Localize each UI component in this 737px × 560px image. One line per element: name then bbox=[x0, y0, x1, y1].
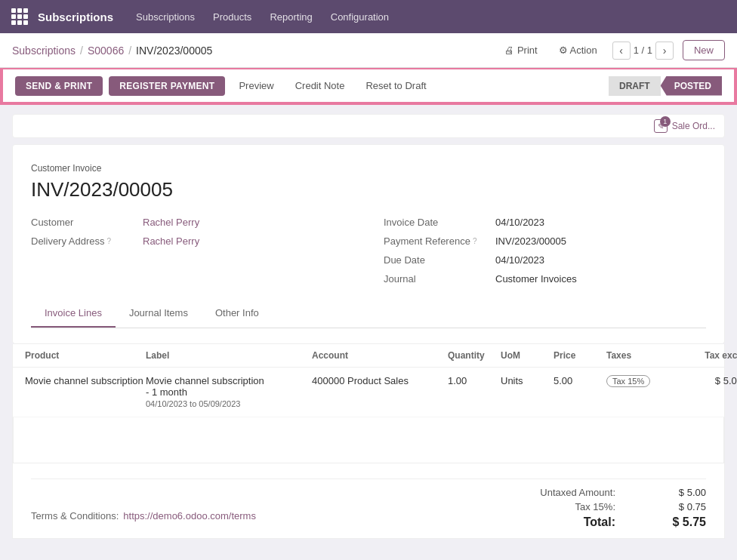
col-taxes: Taxes bbox=[606, 350, 682, 361]
col-label: Label bbox=[146, 350, 312, 361]
invoice-fields: Customer Rachel Perry Delivery Address ?… bbox=[31, 217, 706, 285]
tax-badge: Tax 15% bbox=[606, 375, 650, 387]
delivery-field-row: Delivery Address ? Rachel Perry bbox=[31, 235, 353, 247]
preview-button[interactable]: Preview bbox=[231, 75, 281, 96]
total-label: Total: bbox=[525, 515, 615, 529]
untaxed-row: Untaxed Amount: $ 5.00 bbox=[525, 487, 706, 498]
due-date-row: Due Date 04/10/2023 bbox=[384, 254, 706, 266]
payment-ref-row: Payment Reference ? INV/2023/00005 bbox=[384, 235, 706, 247]
breadcrumb: Subscriptions / S00066 / INV/2023/00005 bbox=[12, 45, 212, 57]
action-toolbar: SEND & PRINT REGISTER PAYMENT Preview Cr… bbox=[2, 69, 735, 103]
payment-ref-label: Payment Reference ? bbox=[384, 235, 489, 247]
payment-ref-help-icon: ? bbox=[473, 237, 477, 245]
col-tax-excl: Tax excl. bbox=[682, 350, 737, 361]
breadcrumb-bar: Subscriptions / S00066 / INV/2023/00005 … bbox=[0, 33, 737, 68]
breadcrumb-sep-2: / bbox=[128, 45, 131, 57]
breadcrumb-s00066[interactable]: S00066 bbox=[88, 45, 124, 57]
customer-label: Customer bbox=[31, 217, 137, 228]
breadcrumb-subscriptions[interactable]: Subscriptions bbox=[12, 45, 76, 57]
nav-products[interactable]: Products bbox=[205, 7, 259, 27]
journal-label: Journal bbox=[384, 273, 489, 285]
tab-other-info[interactable]: Other Info bbox=[202, 300, 273, 328]
row-uom: Units bbox=[501, 375, 554, 386]
row-label-line2: - 1 month bbox=[146, 386, 187, 398]
status-posted-badge: POSTED bbox=[661, 76, 722, 96]
invoice-left-fields: Customer Rachel Perry Delivery Address ?… bbox=[31, 217, 353, 285]
top-navigation: Subscriptions Subscriptions Products Rep… bbox=[0, 0, 737, 33]
invoice-date-label: Invoice Date bbox=[384, 217, 489, 228]
due-date-label: Due Date bbox=[384, 254, 489, 266]
row-label-line1: Movie channel subscription bbox=[146, 375, 264, 386]
row-taxes: Tax 15% bbox=[606, 375, 682, 387]
terms-label: Terms & Conditions: bbox=[31, 510, 119, 522]
tabs-bar: Invoice Lines Journal Items Other Info bbox=[31, 300, 706, 328]
reset-to-draft-button[interactable]: Reset to Draft bbox=[358, 75, 433, 96]
print-button[interactable]: 🖨 Print bbox=[498, 42, 543, 59]
total-row: Total: $ 5.75 bbox=[525, 515, 706, 529]
delivery-value[interactable]: Rachel Perry bbox=[143, 235, 199, 247]
col-account: Account bbox=[312, 350, 448, 361]
invoice-type-label: Customer Invoice bbox=[31, 163, 706, 174]
next-page-button[interactable]: › bbox=[655, 42, 674, 60]
tax-value: $ 0.75 bbox=[661, 501, 706, 512]
terms-row: Terms & Conditions: https://demo6.odoo.c… bbox=[31, 503, 256, 529]
action-button[interactable]: ⚙ Action bbox=[553, 42, 603, 59]
table-row[interactable]: Movie channel subscription Movie channel… bbox=[13, 368, 724, 417]
payment-ref-value: INV/2023/00005 bbox=[495, 235, 566, 247]
note-badge: 1 bbox=[660, 116, 671, 127]
invoice-lines-table: Product Label Account Quantity UoM Price… bbox=[12, 344, 725, 463]
totals-right: Untaxed Amount: $ 5.00 Tax 15%: $ 0.75 T… bbox=[525, 487, 706, 529]
breadcrumb-sep-1: / bbox=[80, 45, 83, 57]
sale-order-label: Sale Ord... bbox=[672, 121, 715, 131]
terms-link[interactable]: https://demo6.odoo.com/terms bbox=[123, 510, 256, 522]
row-tax-excl: $ 5.00 bbox=[682, 375, 737, 386]
row-account: 400000 Product Sales bbox=[312, 375, 448, 386]
row-price: 5.00 bbox=[554, 375, 606, 386]
col-product: Product bbox=[25, 350, 146, 361]
apps-menu-button[interactable] bbox=[9, 6, 30, 27]
row-label: Movie channel subscription - 1 month 04/… bbox=[146, 375, 312, 409]
tab-journal-items[interactable]: Journal Items bbox=[116, 300, 202, 328]
breadcrumb-actions: 🖨 Print ⚙ Action ‹ 1 / 1 › New bbox=[498, 40, 725, 60]
journal-row: Journal Customer Invoices bbox=[384, 273, 706, 285]
col-uom: UoM bbox=[501, 350, 554, 361]
breadcrumb-invoice: INV/2023/00005 bbox=[136, 45, 212, 57]
nav-links: Subscriptions Products Reporting Configu… bbox=[128, 7, 396, 27]
untaxed-value: $ 5.00 bbox=[661, 487, 706, 498]
nav-reporting[interactable]: Reporting bbox=[262, 7, 319, 27]
invoice-date-value[interactable]: 04/10/2023 bbox=[495, 217, 544, 228]
delivery-label: Delivery Address ? bbox=[31, 235, 137, 247]
page-count: 1 / 1 bbox=[634, 45, 652, 56]
status-area: DRAFT POSTED bbox=[609, 76, 722, 96]
sale-order-link[interactable]: ✎ 1 Sale Ord... bbox=[654, 119, 715, 133]
register-payment-button[interactable]: REGISTER PAYMENT bbox=[109, 76, 225, 96]
row-label-line3: 04/10/2023 to 05/09/2023 bbox=[146, 399, 240, 408]
credit-note-button[interactable]: Credit Note bbox=[288, 75, 353, 96]
status-draft-badge[interactable]: DRAFT bbox=[609, 76, 661, 96]
tab-invoice-lines[interactable]: Invoice Lines bbox=[31, 300, 116, 328]
table-spacer bbox=[13, 417, 724, 448]
invoice-date-row: Invoice Date 04/10/2023 bbox=[384, 217, 706, 228]
tax-row: Tax 15%: $ 0.75 bbox=[525, 501, 706, 512]
prev-page-button[interactable]: ‹ bbox=[612, 42, 631, 60]
due-date-value[interactable]: 04/10/2023 bbox=[495, 254, 544, 266]
row-product: Movie channel subscription bbox=[25, 375, 146, 386]
pagination: ‹ 1 / 1 › bbox=[612, 42, 674, 60]
grid-icon bbox=[11, 8, 28, 25]
nav-brand[interactable]: Subscriptions bbox=[38, 11, 113, 23]
invoice-number: INV/2023/00005 bbox=[31, 178, 706, 202]
untaxed-label: Untaxed Amount: bbox=[525, 487, 615, 498]
nav-subscriptions[interactable]: Subscriptions bbox=[128, 7, 202, 27]
action-toolbar-wrapper: SEND & PRINT REGISTER PAYMENT Preview Cr… bbox=[0, 68, 737, 105]
customer-field-row: Customer Rachel Perry bbox=[31, 217, 353, 228]
nav-configuration[interactable]: Configuration bbox=[323, 7, 396, 27]
send-print-button[interactable]: SEND & PRINT bbox=[15, 76, 103, 96]
row-quantity: 1.00 bbox=[448, 375, 501, 386]
invoice-card: Customer Invoice INV/2023/00005 Customer… bbox=[12, 144, 725, 344]
journal-value[interactable]: Customer Invoices bbox=[495, 273, 577, 285]
terms-totals: Terms & Conditions: https://demo6.odoo.c… bbox=[31, 478, 706, 529]
delivery-help-icon: ? bbox=[107, 237, 112, 245]
customer-value[interactable]: Rachel Perry bbox=[143, 217, 199, 228]
table-header: Product Label Account Quantity UoM Price… bbox=[13, 344, 724, 368]
new-button[interactable]: New bbox=[683, 40, 725, 60]
